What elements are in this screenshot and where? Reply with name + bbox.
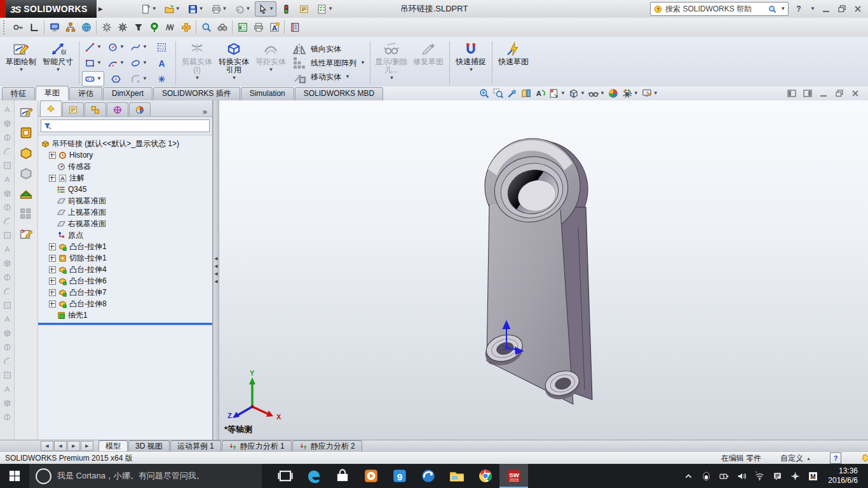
- study-tab-静应力分析2[interactable]: 静应力分析 2: [292, 440, 362, 452]
- tree-item-原点[interactable]: 原点: [41, 229, 212, 241]
- tree-root-part[interactable]: 吊环链接 (默认<<默认>_显示状态 1>): [41, 138, 212, 149]
- sketch-edit-icon[interactable]: [18, 227, 34, 242]
- wrap-tool-icon[interactable]: [3, 329, 12, 338]
- study-tab-模型[interactable]: 模型: [98, 440, 128, 452]
- monitor-button[interactable]: [46, 20, 62, 36]
- ellipse-button[interactable]: ▼: [128, 55, 150, 71]
- grid-tool-icon[interactable]: [3, 245, 12, 254]
- wedge-tool-icon[interactable]: [3, 147, 12, 156]
- boss-yellow-icon[interactable]: [18, 146, 34, 161]
- graphics-viewport[interactable]: Y Z X *等轴测: [219, 100, 868, 440]
- tab-草图[interactable]: 草图: [36, 86, 69, 100]
- corner-tool-icon[interactable]: [3, 161, 12, 170]
- press-tool-icon[interactable]: [3, 217, 12, 226]
- expand-toggle[interactable]: [49, 266, 56, 273]
- tree-item-切除-拉伸1[interactable]: 切除-拉伸1: [41, 252, 212, 264]
- next-tab-button[interactable]: ▶: [67, 441, 80, 451]
- printer2-button[interactable]: [250, 20, 266, 36]
- magnifier-button[interactable]: [198, 20, 214, 36]
- pane-restore-button[interactable]: [834, 88, 844, 98]
- cap-tool-icon[interactable]: [3, 412, 12, 422]
- box-tool-icon[interactable]: [3, 119, 12, 128]
- expand-toggle[interactable]: [49, 175, 56, 182]
- search-input[interactable]: ? 搜索 SOLIDWORKS 帮助 ▼: [650, 2, 789, 16]
- status-custom-button[interactable]: 自定义 ▲: [780, 453, 811, 464]
- fillet-button[interactable]: ▼: [128, 71, 150, 86]
- tree-item-抽壳1[interactable]: 抽壳1: [41, 309, 212, 321]
- thread-tool-icon[interactable]: [3, 384, 12, 394]
- status-help-icon[interactable]: ?: [830, 452, 841, 464]
- move-entities-button[interactable]: 移动实体▼: [291, 71, 365, 83]
- tree-item-右视基准面[interactable]: 右视基准面: [41, 218, 212, 229]
- pane-split-left-button[interactable]: [787, 88, 797, 98]
- box-gray-icon[interactable]: [18, 166, 34, 181]
- tab-特征[interactable]: 特征: [2, 87, 35, 100]
- start-button[interactable]: [0, 464, 29, 488]
- move-cross-button[interactable]: [178, 20, 194, 36]
- cortana-search-box[interactable]: 我是 Cortana，小娜。有问题尽管问我。: [29, 464, 262, 488]
- expand-toggle[interactable]: [49, 278, 56, 285]
- hook-tool-icon[interactable]: [3, 203, 12, 212]
- feature-filter-input[interactable]: [41, 119, 210, 132]
- qq-pinyin-button[interactable]: 9: [385, 464, 414, 488]
- tab-Simulation[interactable]: Simulation: [241, 87, 294, 100]
- expand-toggle[interactable]: [49, 301, 56, 308]
- cut-yellow-icon[interactable]: [18, 125, 34, 140]
- pane-close-button[interactable]: [850, 88, 860, 98]
- edit-appearance-button[interactable]: [607, 87, 620, 100]
- browser-button[interactable]: [414, 464, 442, 488]
- spline-button[interactable]: ▼: [128, 39, 150, 55]
- slot-button[interactable]: ▼: [82, 71, 104, 86]
- tree-item-凸台-拉伸4[interactable]: 凸台-拉伸4: [41, 264, 212, 275]
- pane-minimize-button[interactable]: [818, 88, 829, 98]
- task-view-button[interactable]: [271, 464, 299, 488]
- restore-button[interactable]: [837, 4, 847, 14]
- study-tab-运动算例1[interactable]: 运动算例 1: [170, 440, 221, 452]
- sketch-text-button[interactable]: A: [151, 55, 173, 71]
- flip-tool-icon[interactable]: [3, 231, 12, 240]
- expand-toggle[interactable]: [49, 289, 56, 296]
- arc-button[interactable]: ▼: [105, 55, 127, 71]
- status-tag-icon[interactable]: [860, 453, 868, 463]
- traffic-light-button[interactable]: [278, 1, 294, 17]
- wifi-icon[interactable]: *: [754, 471, 765, 482]
- quick-snaps-button[interactable]: 快速捕捉▼: [452, 38, 489, 88]
- wedge-green-icon[interactable]: [18, 186, 34, 201]
- expand-toggle[interactable]: [49, 152, 56, 159]
- previous-view-button[interactable]: [506, 87, 519, 100]
- sketch-pattern-button[interactable]: [151, 39, 173, 55]
- tree-item-凸台-拉伸8[interactable]: 凸台-拉伸8: [41, 298, 212, 309]
- study-tab-静应力分析1[interactable]: 静应力分析 1: [222, 440, 292, 452]
- tab-评估[interactable]: 评估: [69, 87, 102, 100]
- pin-button[interactable]: [146, 20, 162, 36]
- corner-ruler-button[interactable]: [26, 20, 42, 36]
- rectangle-button[interactable]: ▼: [82, 55, 104, 71]
- tree-item-传感器[interactable]: 传感器: [41, 161, 212, 172]
- gear-dark-button[interactable]: [114, 20, 130, 36]
- tree-item-凸台-拉伸1[interactable]: 凸台-拉伸1: [41, 241, 212, 252]
- cone-tool-icon[interactable]: [3, 133, 12, 142]
- draft-tool-icon[interactable]: [3, 301, 12, 310]
- spring-button[interactable]: [162, 20, 178, 36]
- help-dropdown-icon[interactable]: ▼: [810, 6, 815, 11]
- tray-chevron-icon[interactable]: [683, 471, 694, 482]
- repair-sketch-button[interactable]: 修复草图: [410, 38, 447, 88]
- trim-entities-button[interactable]: 剪裁实体(I)▼: [179, 38, 215, 88]
- sketch-button[interactable]: 草图绘制▼: [3, 38, 39, 88]
- tab-SOLIDWORKS 插件[interactable]: SOLIDWORKS 插件: [153, 87, 240, 100]
- mirror-entities-button[interactable]: 镜向实体: [291, 43, 365, 55]
- view-orientation-button[interactable]: ▼: [567, 87, 586, 100]
- hole-tool-icon[interactable]: [3, 370, 12, 380]
- undo-button[interactable]: ▼: [231, 1, 253, 17]
- shell-tool-icon[interactable]: [3, 273, 12, 282]
- view-settings-button[interactable]: ▼: [641, 87, 659, 100]
- notes-icon[interactable]: [772, 471, 783, 482]
- polygon-button[interactable]: [105, 71, 127, 86]
- search-magnifier-icon[interactable]: [768, 4, 777, 14]
- expand-toggle[interactable]: [49, 243, 56, 250]
- propertymanager-tab[interactable]: [62, 102, 84, 116]
- previous-tab-button[interactable]: ◀: [54, 441, 67, 451]
- taskbar-clock[interactable]: 13:36 2016/6/6: [825, 466, 864, 485]
- menu-expand-arrow[interactable]: ▶: [98, 6, 103, 12]
- help-button[interactable]: ?: [794, 4, 804, 14]
